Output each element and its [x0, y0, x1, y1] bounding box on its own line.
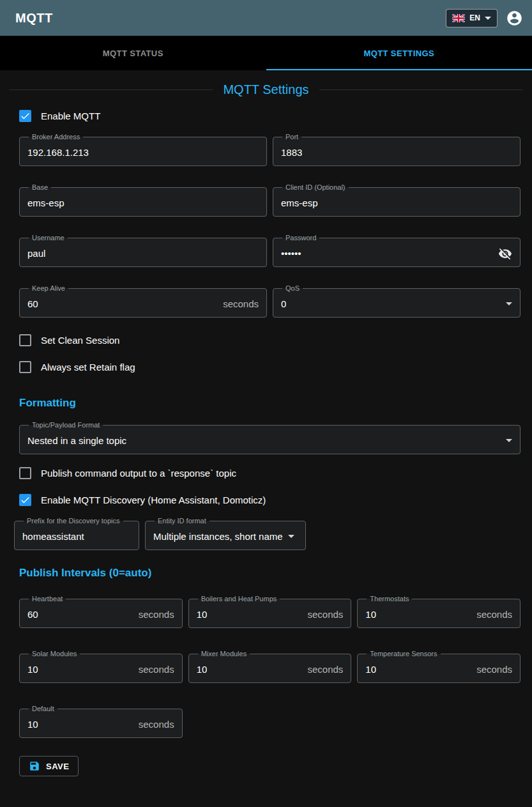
save-button[interactable]: SAVE [19, 756, 79, 776]
port-field[interactable]: Port 1883 [273, 133, 521, 166]
password-visibility-button[interactable] [498, 247, 512, 261]
client-id-field[interactable]: Client ID (Optional) ems-esp [273, 183, 521, 217]
publish-intervals-grid: Heartbeat 60 seconds Boilers and Heat Pu… [0, 591, 532, 738]
field-value: 10 [197, 664, 208, 675]
field-value: Multiple instances, short name [153, 531, 283, 542]
account-button[interactable] [506, 10, 523, 27]
topic-payload-format-select[interactable]: Topic/Payload Format Nested in a single … [19, 421, 521, 454]
enable-mqtt-checkbox[interactable] [19, 110, 31, 122]
field-suffix: seconds [302, 609, 343, 620]
check-icon [20, 495, 31, 505]
field-label: Prefix for the Discovery topics [24, 517, 123, 525]
username-field[interactable]: Username paul [19, 234, 267, 267]
entity-id-format-select[interactable]: Entity ID format Multiple instances, sho… [145, 517, 306, 550]
field-value: ems-esp [281, 197, 318, 208]
save-icon [29, 760, 40, 772]
field-label: Client ID (Optional) [282, 183, 349, 191]
field-value: 10 [197, 609, 208, 620]
checkbox-label: Always set Retain flag [41, 362, 135, 373]
enable-mqtt-checkbox-row[interactable]: Enable MQTT [0, 102, 532, 129]
field-value: 60 [27, 609, 38, 620]
publish-response-checkbox-row[interactable]: Publish command output to a `response` t… [0, 459, 532, 486]
field-value: 10 [365, 609, 376, 620]
chevron-down-icon [288, 535, 294, 538]
field-suffix: seconds [133, 609, 174, 620]
field-label: Port [282, 133, 301, 141]
field-label: Broker Address [29, 133, 83, 141]
field-label: Solar Modules [29, 650, 80, 657]
chevron-down-icon [485, 17, 491, 20]
field-label: Boilers and Heat Pumps [198, 595, 280, 603]
section-heading-publish-intervals: Publish Intervals (0=auto) [0, 567, 532, 580]
field-label: QoS [282, 284, 303, 292]
clean-session-checkbox-row[interactable]: Set Clean Session [0, 327, 532, 353]
chevron-down-icon [506, 302, 512, 305]
divider [319, 89, 523, 90]
field-label: Keep Alive [29, 284, 68, 292]
field-label: Default [29, 705, 57, 712]
checkbox-label: Enable MQTT [41, 111, 100, 121]
field-value: 10 [27, 719, 38, 730]
topic-format-row: Topic/Payload Format Nested in a single … [0, 421, 532, 454]
check-icon [20, 111, 31, 121]
base-field[interactable]: Base ems-esp [19, 183, 267, 217]
mqtt-discovery-checkbox-row[interactable]: Enable MQTT Discovery (Home Assistant, D… [0, 486, 532, 513]
connection-fields-grid: Broker Address 192.168.1.213 Port 1883 B… [0, 129, 532, 318]
clean-session-checkbox[interactable] [19, 334, 31, 346]
page-title-row: MQTT Settings [0, 70, 532, 89]
interval-mixer-modules-field[interactable]: Mixer Modules 10 seconds [188, 650, 352, 683]
retain-flag-checkbox-row[interactable]: Always set Retain flag [0, 353, 532, 380]
tab-bar: MQTT STATUS MQTT SETTINGS [0, 36, 532, 70]
discovery-prefix-field[interactable]: Prefix for the Discovery topics homeassi… [14, 517, 139, 550]
password-field[interactable]: Password •••••• [273, 234, 521, 267]
field-label: Mixer Modules [198, 650, 250, 657]
field-label: Heartbeat [29, 595, 66, 603]
visibility-off-icon [498, 247, 512, 261]
field-label: Entity ID format [155, 517, 209, 525]
retain-flag-checkbox[interactable] [19, 361, 31, 373]
interval-heartbeat-field[interactable]: Heartbeat 60 seconds [19, 595, 183, 628]
field-label: Base [29, 183, 51, 191]
interval-default-field[interactable]: Default 10 seconds [19, 705, 183, 738]
field-label: Password [282, 234, 319, 242]
field-value: 10 [365, 664, 376, 675]
checkbox-label: Enable MQTT Discovery (Home Assistant, D… [41, 495, 266, 505]
field-suffix: seconds [218, 298, 259, 309]
field-value: paul [27, 248, 45, 259]
publish-response-checkbox[interactable] [19, 467, 31, 479]
field-suffix: seconds [133, 719, 174, 730]
appbar: MQTT EN [0, 0, 532, 36]
field-value: 1883 [281, 147, 302, 158]
field-value: ems-esp [27, 197, 65, 208]
qos-select[interactable]: QoS 0 [273, 284, 521, 318]
field-suffix: seconds [471, 609, 512, 620]
broker-address-field[interactable]: Broker Address 192.168.1.213 [19, 133, 267, 166]
field-value: 60 [27, 298, 38, 309]
divider [9, 89, 213, 90]
settings-panel: MQTT Settings Enable MQTT Broker Address… [0, 70, 532, 807]
field-value: 192.168.1.213 [27, 147, 89, 158]
save-button-label: SAVE [46, 762, 69, 771]
field-label: Thermostats [367, 595, 412, 603]
language-selector-button[interactable]: EN [446, 9, 498, 27]
interval-boilers-field[interactable]: Boilers and Heat Pumps 10 seconds [188, 595, 352, 628]
mqtt-discovery-checkbox[interactable] [19, 494, 31, 506]
uk-flag-icon [452, 14, 465, 22]
tab-mqtt-status[interactable]: MQTT STATUS [0, 36, 266, 70]
field-value: Nested in a single topic [27, 435, 126, 446]
chevron-down-icon [506, 439, 512, 442]
account-circle-icon [506, 10, 523, 27]
checkbox-label: Publish command output to a `response` t… [41, 468, 236, 479]
interval-thermostats-field[interactable]: Thermostats 10 seconds [357, 595, 521, 628]
field-value: 10 [27, 664, 38, 675]
interval-solar-modules-field[interactable]: Solar Modules 10 seconds [19, 650, 183, 683]
field-suffix: seconds [302, 664, 343, 675]
field-suffix: seconds [471, 664, 512, 675]
field-value: homeassistant [22, 531, 84, 542]
checkbox-label: Set Clean Session [41, 335, 119, 346]
interval-temperature-sensors-field[interactable]: Temperature Sensors 10 seconds [357, 650, 521, 683]
field-value: •••••• [281, 248, 301, 259]
keep-alive-field[interactable]: Keep Alive 60 seconds [19, 284, 267, 318]
tab-mqtt-settings[interactable]: MQTT SETTINGS [266, 36, 532, 70]
field-value: 0 [281, 298, 286, 309]
